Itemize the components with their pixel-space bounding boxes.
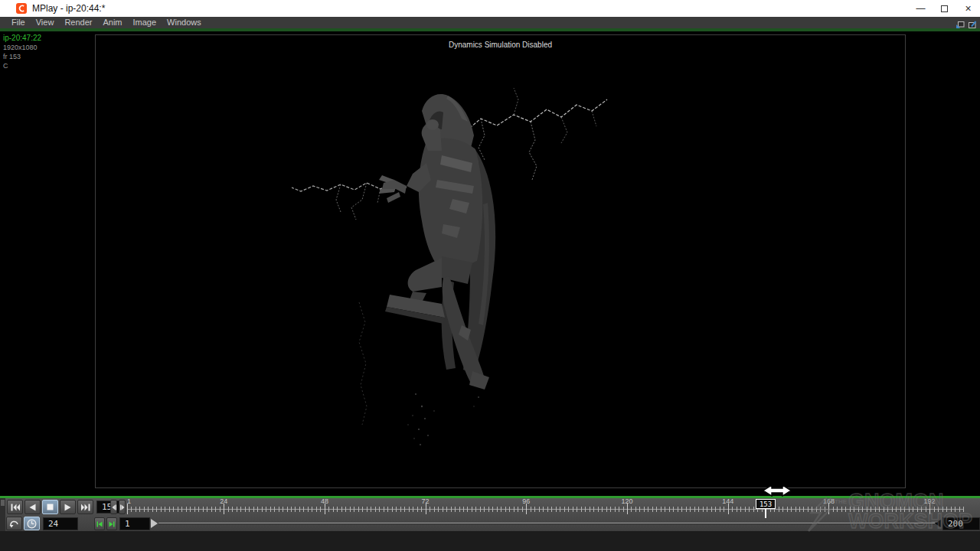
timeline-tick xyxy=(509,507,510,512)
timeline-tick xyxy=(585,507,586,512)
timeline-tick xyxy=(938,507,939,512)
timeline-tick xyxy=(308,507,309,512)
timeline-tick xyxy=(673,507,674,512)
timeline-tick xyxy=(337,507,338,512)
timeline-tick xyxy=(228,507,229,512)
timeline-tick xyxy=(215,507,216,512)
play-forward-button[interactable] xyxy=(60,500,76,514)
timeline-tick xyxy=(207,507,207,512)
timeline-playhead[interactable]: 153 xyxy=(756,499,776,518)
minimize-icon: — xyxy=(916,3,926,14)
range-slider[interactable] xyxy=(158,523,935,524)
timeline-tick xyxy=(606,507,607,512)
timeline-tick xyxy=(724,507,724,512)
timeline-tick xyxy=(581,507,582,512)
timeline-tick xyxy=(333,507,334,512)
timeline-tick xyxy=(316,507,317,512)
timeline-tick xyxy=(791,507,792,512)
timeline-tick-label: 96 xyxy=(522,497,530,505)
timeline-tick xyxy=(379,507,380,512)
current-frame-field[interactable]: 153 xyxy=(96,500,121,514)
play-reverse-button[interactable] xyxy=(24,500,41,514)
timeline-tick-label: 192 xyxy=(924,497,936,505)
timeline-tick xyxy=(678,507,678,512)
first-frame-icon xyxy=(11,504,20,511)
timeline-tick xyxy=(904,507,905,512)
timeline-tick xyxy=(522,507,523,512)
timeline-tick xyxy=(224,504,224,514)
timeline-ruler[interactable]: 153 124487296120144168192 xyxy=(127,499,963,516)
timeline-tick xyxy=(556,507,557,512)
timeline-tick xyxy=(371,507,371,512)
menu-render[interactable]: Render xyxy=(59,17,97,28)
set-range-start-button[interactable] xyxy=(94,517,105,530)
timeline-tick xyxy=(497,507,498,512)
timeline-tick xyxy=(178,507,178,512)
clock-icon xyxy=(27,519,37,529)
step-forward-button[interactable] xyxy=(119,500,126,514)
timeline-tick xyxy=(434,507,435,512)
menu-anim[interactable]: Anim xyxy=(97,17,127,28)
horizontal-resize-cursor xyxy=(762,484,792,497)
fps-field[interactable]: 24 xyxy=(43,517,78,530)
timeline-tick xyxy=(173,507,174,512)
mplay-window: MPlay - ip-20:44:* — × File View Render … xyxy=(0,0,980,551)
timeline-tick xyxy=(740,507,741,512)
timeline-tick xyxy=(631,507,632,512)
step-back-button[interactable] xyxy=(110,500,117,514)
timeline-tick xyxy=(698,507,699,512)
menu-image[interactable]: Image xyxy=(128,17,162,28)
timeline-tick xyxy=(732,507,733,512)
close-button[interactable]: × xyxy=(956,0,980,17)
stop-button[interactable] xyxy=(42,500,58,514)
range-end-arrow-icon xyxy=(935,520,941,527)
maximize-button[interactable] xyxy=(933,0,956,17)
timeline-tick xyxy=(194,507,195,512)
timeline-tick xyxy=(577,507,577,512)
menu-view[interactable]: View xyxy=(31,17,60,28)
timeline-tick xyxy=(850,507,851,512)
loop-mode-button[interactable] xyxy=(6,517,22,530)
timeline-tick xyxy=(181,507,182,512)
timeline-tick xyxy=(232,507,233,512)
timeline-tick xyxy=(644,507,645,512)
window-title: MPlay - ip-20:44:* xyxy=(32,3,105,14)
timeline-tick xyxy=(909,507,910,512)
timeline-tick xyxy=(237,507,237,512)
go-to-start-button[interactable] xyxy=(7,500,23,514)
set-range-end-button[interactable] xyxy=(106,517,117,530)
image-resolution: 1920x1080 xyxy=(3,43,41,52)
playbar-splitter-handle[interactable] xyxy=(0,498,5,531)
image-viewport[interactable]: Dynamics Simulation Disabled xyxy=(95,34,906,488)
realtime-playback-button[interactable] xyxy=(24,517,40,530)
range-end-field[interactable]: 200 xyxy=(942,517,980,530)
timeline-tick xyxy=(656,507,657,512)
maximize-icon xyxy=(941,5,948,12)
timeline-tick xyxy=(299,507,300,512)
step-forward-icon xyxy=(120,504,125,510)
timeline-tick xyxy=(198,507,199,512)
timeline-tick xyxy=(782,507,783,512)
timeline-tick xyxy=(446,507,447,512)
menu-windows[interactable]: Windows xyxy=(162,17,207,28)
minimize-button[interactable]: — xyxy=(909,0,933,17)
timeline-tick xyxy=(728,504,729,514)
timeline-tick xyxy=(387,507,388,512)
timeline-tick-label: 24 xyxy=(220,497,227,505)
timeline-tick xyxy=(274,507,275,512)
timeline-tick xyxy=(652,507,653,512)
timeline-tick xyxy=(186,507,187,512)
timeline-tick xyxy=(367,507,368,512)
menu-file[interactable]: File xyxy=(6,17,31,28)
playhead-flag[interactable]: 153 xyxy=(756,499,776,509)
timeline-tick xyxy=(161,507,162,512)
timeline-tick xyxy=(345,507,346,512)
timeline-tick xyxy=(686,507,687,512)
timeline-tick xyxy=(707,507,707,512)
timeline-tick xyxy=(303,507,304,512)
timeline-tick xyxy=(375,507,376,512)
range-slider-handle[interactable] xyxy=(151,519,158,528)
range-start-field[interactable]: 1 xyxy=(119,517,150,530)
go-to-end-button[interactable] xyxy=(77,500,93,514)
timeline-tick xyxy=(808,507,808,512)
